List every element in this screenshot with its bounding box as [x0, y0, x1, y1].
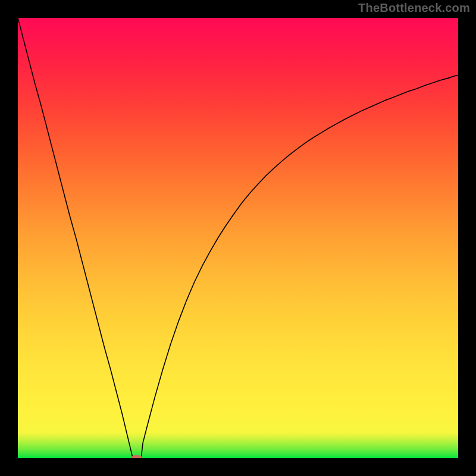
gradient-background	[18, 18, 458, 458]
watermark-label: TheBottleneck.com	[358, 1, 470, 15]
chart-svg	[18, 18, 458, 458]
plot-area	[18, 18, 458, 458]
chart-frame: TheBottleneck.com	[0, 0, 476, 476]
